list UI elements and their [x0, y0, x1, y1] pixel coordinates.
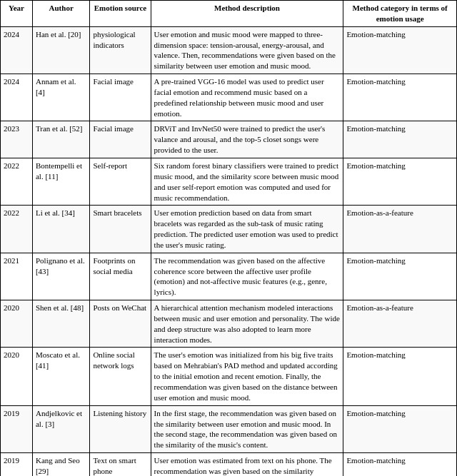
cell-author: Moscato et al. [41]: [32, 348, 89, 405]
header-method: Method description: [151, 1, 343, 27]
cell-emotion-source: Listening history: [90, 405, 151, 452]
cell-category: Emotion-matching: [343, 253, 457, 300]
cell-method: User emotion prediction based on data fr…: [151, 206, 343, 253]
cell-author: Shen et al. [48]: [32, 300, 89, 348]
cell-category: Emotion-matching: [343, 158, 457, 205]
table-row: 2022Li et al. [34]Smart braceletsUser em…: [1, 206, 457, 253]
cell-method: The user's emotion was initialized from …: [151, 348, 343, 405]
cell-author: Tran et al. [52]: [32, 121, 89, 158]
table-row: 2022Bontempelli et al. [11]Self-reportSi…: [1, 158, 457, 205]
table-row: 2021Polignano et al. [43]Footprints on s…: [1, 253, 457, 300]
cell-year: 2020: [1, 300, 33, 348]
cell-year: 2024: [1, 26, 33, 74]
cell-emotion-source: Footprints on social media: [90, 253, 151, 300]
cell-emotion-source: Self-report: [90, 158, 151, 205]
table-row: 2024Annam et al. [4]Facial imageA pre-tr…: [1, 74, 457, 121]
cell-emotion-source: Facial image: [90, 121, 151, 158]
header-year: Year: [1, 1, 33, 27]
cell-category: Emotion-matching: [343, 348, 457, 405]
cell-author: Kang and Seo [29]: [32, 453, 89, 476]
cell-emotion-source: Posts on WeChat: [90, 300, 151, 348]
cell-method: A pre-trained VGG-16 model was used to p…: [151, 74, 343, 121]
cell-year: 2024: [1, 74, 33, 121]
cell-category: Emotion-matching: [343, 453, 457, 476]
cell-category: Emotion-matching: [343, 74, 457, 121]
cell-method: A hierarchical attention mechanism model…: [151, 300, 343, 348]
cell-author: Bontempelli et al. [11]: [32, 158, 89, 205]
table-row: 2020Moscato et al. [41]Online social net…: [1, 348, 457, 405]
header-emotion: Emotion source: [90, 1, 151, 27]
cell-year: 2022: [1, 158, 33, 205]
cell-emotion-source: physiological indicators: [90, 26, 151, 74]
table-row: 2024Han et al. [20]physiological indicat…: [1, 26, 457, 74]
cell-emotion-source: Smart bracelets: [90, 206, 151, 253]
table-row: 2023Tran et al. [52]Facial imageDRViT an…: [1, 121, 457, 158]
cell-year: 2019: [1, 453, 33, 476]
cell-method: User emotion was estimated from text on …: [151, 453, 343, 476]
cell-emotion-source: Facial image: [90, 74, 151, 121]
cell-author: Li et al. [34]: [32, 206, 89, 253]
cell-category: Emotion-as-a-feature: [343, 300, 457, 348]
cell-method: DRViT and InvNet50 were trained to predi…: [151, 121, 343, 158]
header-category: Method category in terms of emotion usag…: [343, 1, 457, 27]
cell-emotion-source: Online social network logs: [90, 348, 151, 405]
cell-year: 2021: [1, 253, 33, 300]
cell-year: 2019: [1, 405, 33, 452]
cell-method: User emotion and music mood were mapped …: [151, 26, 343, 74]
cell-author: Annam et al. [4]: [32, 74, 89, 121]
main-table: Year Author Emotion source Method descri…: [0, 0, 457, 476]
cell-year: 2020: [1, 348, 33, 405]
cell-method: In the first stage, the recommendation w…: [151, 405, 343, 452]
header-author: Author: [32, 1, 89, 27]
cell-category: Emotion-as-a-feature: [343, 206, 457, 253]
cell-method: The recommendation was given based on th…: [151, 253, 343, 300]
cell-year: 2022: [1, 206, 33, 253]
cell-author: Han et al. [20]: [32, 26, 89, 74]
cell-year: 2023: [1, 121, 33, 158]
cell-category: Emotion-matching: [343, 26, 457, 74]
cell-emotion-source: Text on smart phone: [90, 453, 151, 476]
cell-author: Polignano et al. [43]: [32, 253, 89, 300]
table-row: 2020Shen et al. [48]Posts on WeChatA hie…: [1, 300, 457, 348]
cell-category: Emotion-matching: [343, 121, 457, 158]
cell-author: Andjelkovic et al. [3]: [32, 405, 89, 452]
cell-method: Six random forest binary classifiers wer…: [151, 158, 343, 205]
table-row: 2019Andjelkovic et al. [3]Listening hist…: [1, 405, 457, 452]
table-row: 2019Kang and Seo [29]Text on smart phone…: [1, 453, 457, 476]
cell-category: Emotion-matching: [343, 405, 457, 452]
